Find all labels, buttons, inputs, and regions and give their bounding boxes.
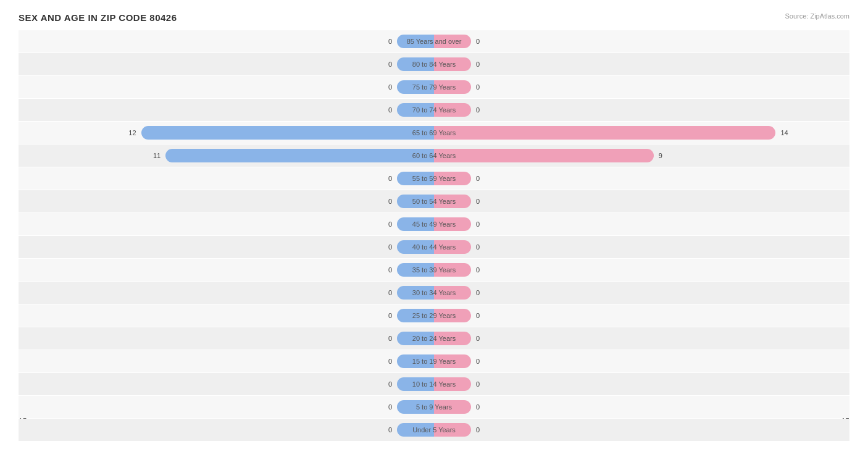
right-section: 0 <box>434 53 849 75</box>
female-value: 0 <box>476 403 480 411</box>
female-bar <box>434 195 471 208</box>
female-value: 0 <box>476 289 480 296</box>
female-value: 0 <box>476 83 480 91</box>
female-bar <box>434 172 471 185</box>
female-value: 14 <box>780 129 788 136</box>
chart-container: SEX AND AGE IN ZIP CODE 80426 Source: Zi… <box>0 0 868 457</box>
female-bar <box>434 35 471 48</box>
bar-row: 0 40 to 44 Years 0 <box>19 236 849 258</box>
right-section: 0 <box>434 213 849 235</box>
female-value: 0 <box>476 266 480 274</box>
female-value: 0 <box>476 243 480 251</box>
male-value: 0 <box>388 38 392 45</box>
bar-row: 0 50 to 54 Years 0 <box>19 190 849 212</box>
female-value: 0 <box>476 61 480 68</box>
female-value: 0 <box>476 312 480 319</box>
male-value: 0 <box>388 83 392 91</box>
male-value: 0 <box>388 175 392 182</box>
female-bar <box>434 80 471 94</box>
male-bar <box>397 240 434 254</box>
male-bar <box>397 35 434 48</box>
left-section: 0 <box>19 419 434 441</box>
female-bar <box>434 423 471 437</box>
right-section: 14 <box>434 122 849 144</box>
female-value: 0 <box>476 426 480 434</box>
male-value: 0 <box>388 335 392 342</box>
female-bar <box>434 263 471 277</box>
female-value: 9 <box>659 152 662 159</box>
right-section: 0 <box>434 99 849 121</box>
right-section: 0 <box>434 167 849 190</box>
bar-row: 0 85 Years and over 0 <box>19 30 849 52</box>
male-bar <box>397 354 434 368</box>
bar-row: 0 75 to 79 Years 0 <box>19 76 849 98</box>
bar-row: 0 10 to 14 Years 0 <box>19 373 849 395</box>
right-section: 0 <box>434 236 849 258</box>
left-section: 0 <box>19 373 434 395</box>
bar-row: 0 Under 5 Years 0 <box>19 419 849 441</box>
male-value: 0 <box>388 198 392 205</box>
female-value: 0 <box>476 335 480 342</box>
female-value: 0 <box>476 380 480 388</box>
left-section: 0 <box>19 350 434 372</box>
male-value: 12 <box>128 129 136 136</box>
male-bar <box>397 195 434 208</box>
male-bar <box>165 149 434 162</box>
left-section: 0 <box>19 190 434 212</box>
female-value: 0 <box>476 220 480 228</box>
bar-row: 0 45 to 49 Years 0 <box>19 213 849 235</box>
male-bar <box>397 400 434 414</box>
chart-title: SEX AND AGE IN ZIP CODE 80426 <box>19 12 177 23</box>
female-value: 0 <box>476 358 480 365</box>
male-bar <box>397 103 434 117</box>
right-section: 9 <box>434 145 849 167</box>
left-section: 0 <box>19 53 434 75</box>
female-bar <box>434 309 471 322</box>
right-section: 0 <box>434 190 849 212</box>
male-bar <box>397 377 434 391</box>
male-value: 0 <box>388 403 392 411</box>
female-bar <box>434 400 471 414</box>
bar-row: 12 65 to 69 Years 14 <box>19 122 849 144</box>
male-bar <box>397 309 434 322</box>
male-bar <box>397 217 434 231</box>
bar-row: 0 70 to 74 Years 0 <box>19 99 849 121</box>
male-value: 0 <box>388 106 392 114</box>
bar-row: 0 30 to 34 Years 0 <box>19 282 849 304</box>
left-section: 0 <box>19 396 434 418</box>
bar-row: 0 25 to 29 Years 0 <box>19 304 849 327</box>
bar-row: 0 15 to 19 Years 0 <box>19 350 849 372</box>
female-bar <box>434 126 775 140</box>
bar-row: 11 60 to 64 Years 9 <box>19 145 849 167</box>
female-value: 0 <box>476 38 480 45</box>
right-section: 0 <box>434 259 849 281</box>
male-bar <box>397 423 434 437</box>
female-bar <box>434 286 471 300</box>
male-value: 0 <box>388 312 392 319</box>
left-section: 0 <box>19 167 434 190</box>
bar-row: 0 5 to 9 Years 0 <box>19 396 849 418</box>
female-bar <box>434 354 471 368</box>
male-value: 0 <box>388 380 392 388</box>
right-section: 0 <box>434 396 849 418</box>
male-value: 0 <box>388 220 392 228</box>
female-bar <box>434 217 471 231</box>
male-value: 0 <box>388 426 392 434</box>
right-section: 0 <box>434 350 849 372</box>
female-value: 0 <box>476 198 480 205</box>
male-value: 0 <box>388 289 392 296</box>
male-bar <box>397 286 434 300</box>
right-section: 0 <box>434 419 849 441</box>
right-section: 0 <box>434 282 849 304</box>
female-bar <box>434 240 471 254</box>
male-value: 11 <box>153 152 161 159</box>
left-section: 0 <box>19 30 434 52</box>
male-value: 0 <box>388 243 392 251</box>
left-section: 11 <box>19 145 434 167</box>
female-bar <box>434 377 471 391</box>
bar-row: 0 80 to 84 Years 0 <box>19 53 849 75</box>
left-section: 0 <box>19 327 434 350</box>
left-section: 12 <box>19 122 434 144</box>
male-value: 0 <box>388 266 392 274</box>
female-bar <box>434 149 654 162</box>
